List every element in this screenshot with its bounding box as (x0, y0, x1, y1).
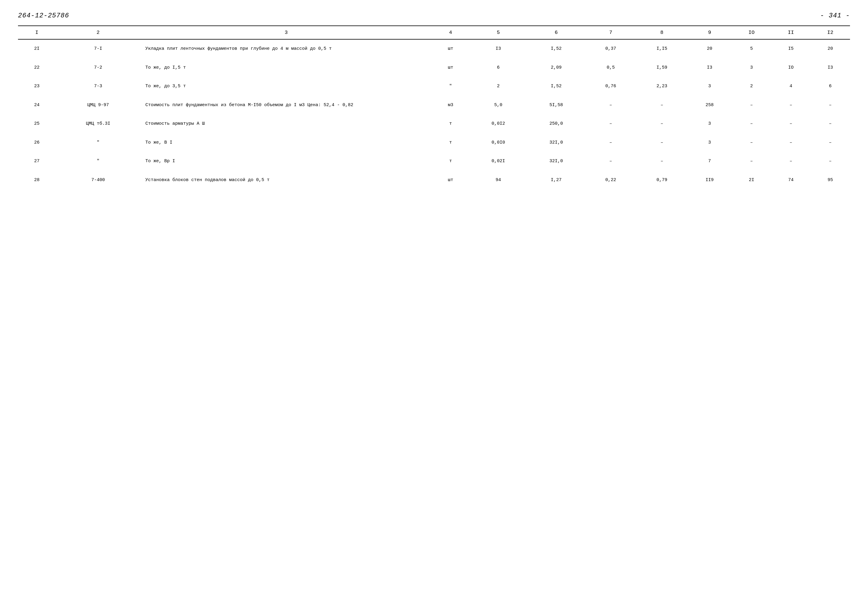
cell-r5-c9: 3 (687, 118, 732, 131)
col-header-8: 8 (636, 26, 687, 39)
cell-r2-c10: 3 (732, 61, 771, 74)
cell-r3-c9: 3 (687, 80, 732, 93)
cell-r2-c3: То же, до I,5 т (140, 61, 432, 74)
cell-r8-c8: 0,79 (636, 174, 687, 187)
cell-r8-c6: I,27 (527, 174, 585, 187)
cell-r8-c11: 74 (771, 174, 810, 187)
cell-r4-c5: 5,0 (469, 99, 527, 112)
cell-r4-c11: – (771, 99, 810, 112)
table-row: 24ЦМЦ 9-97Стоимость плит фундаментных из… (18, 99, 850, 112)
cell-r3-c12: 6 (811, 80, 850, 93)
cell-r5-c10: – (732, 118, 771, 131)
cell-r8-c5: 94 (469, 174, 527, 187)
cell-r8-c4: шт (432, 174, 469, 187)
cell-r4-c9: 258 (687, 99, 732, 112)
cell-r2-c1: 22 (18, 61, 55, 74)
cell-r7-c10: – (732, 155, 771, 168)
cell-r4-c1: 24 (18, 99, 55, 112)
cell-r3-c8: 2,23 (636, 80, 687, 93)
cell-r6-c8: – (636, 137, 687, 149)
col-header-4: 4 (432, 26, 469, 39)
cell-r4-c2: ЦМЦ 9-97 (55, 99, 140, 112)
main-table: I23456789IOIII2 2I7-IУкладка плит ленточ… (18, 26, 850, 186)
col-header-12: I2 (811, 26, 850, 39)
col-header-11: II (771, 26, 810, 39)
cell-r2-c6: 2,09 (527, 61, 585, 74)
cell-r3-c7: 0,76 (585, 80, 636, 93)
cell-r5-c12: – (811, 118, 850, 131)
cell-r7-c1: 27 (18, 155, 55, 168)
table-row: 26"То же, В Iт0,0I032I,0––3––– (18, 137, 850, 149)
cell-r3-c11: 4 (771, 80, 810, 93)
cell-r6-c5: 0,0I0 (469, 137, 527, 149)
cell-r6-c10: – (732, 137, 771, 149)
cell-r7-c2: " (55, 155, 140, 168)
cell-r6-c6: 32I,0 (527, 137, 585, 149)
cell-r1-c6: I,52 (527, 39, 585, 55)
page-header: 264-12-25786 - 341 - (18, 12, 850, 20)
cell-r1-c12: 20 (811, 39, 850, 55)
cell-r3-c3: То же, до 3,5 т (140, 80, 432, 93)
cell-r6-c2: " (55, 137, 140, 149)
cell-r2-c11: IO (771, 61, 810, 74)
cell-r2-c2: 7-2 (55, 61, 140, 74)
cell-r7-c9: 7 (687, 155, 732, 168)
col-header-9: 9 (687, 26, 732, 39)
cell-r5-c1: 25 (18, 118, 55, 131)
cell-r5-c4: т (432, 118, 469, 131)
cell-r6-c3: То же, В I (140, 137, 432, 149)
table-row: 237-3То же, до 3,5 т"2I,520,762,233246 (18, 80, 850, 93)
cell-r1-c4: шт (432, 39, 469, 55)
cell-r2-c7: 0,5 (585, 61, 636, 74)
cell-r5-c8: – (636, 118, 687, 131)
cell-r4-c8: – (636, 99, 687, 112)
cell-r6-c9: 3 (687, 137, 732, 149)
cell-r3-c5: 2 (469, 80, 527, 93)
cell-r6-c12: – (811, 137, 850, 149)
cell-r8-c3: Установка блоков стен подвалов массой до… (140, 174, 432, 187)
cell-r1-c2: 7-I (55, 39, 140, 55)
cell-r1-c7: 0,37 (585, 39, 636, 55)
cell-r5-c11: – (771, 118, 810, 131)
table-row: 287-400Установка блоков стен подвалов ма… (18, 174, 850, 187)
col-header-5: 5 (469, 26, 527, 39)
col-header-10: IO (732, 26, 771, 39)
cell-r3-c10: 2 (732, 80, 771, 93)
col-header-3: 3 (140, 26, 432, 39)
cell-r7-c7: – (585, 155, 636, 168)
col-header-7: 7 (585, 26, 636, 39)
cell-r7-c5: 0,02I (469, 155, 527, 168)
table-row: 25ЦМЦ тб.3IСтоимость арматуры А Шт0,0I22… (18, 118, 850, 131)
cell-r5-c5: 0,0I2 (469, 118, 527, 131)
cell-r3-c6: I,52 (527, 80, 585, 93)
cell-r2-c8: I,59 (636, 61, 687, 74)
col-header-1: I (18, 26, 55, 39)
cell-r7-c12: – (811, 155, 850, 168)
table-row: 27"То же, Вр Iт0,02I32I,0––7––– (18, 155, 850, 168)
cell-r4-c7: – (585, 99, 636, 112)
cell-r3-c2: 7-3 (55, 80, 140, 93)
cell-r8-c9: II9 (687, 174, 732, 187)
cell-r7-c4: т (432, 155, 469, 168)
cell-r6-c1: 26 (18, 137, 55, 149)
cell-r4-c4: м3 (432, 99, 469, 112)
cell-r7-c6: 32I,0 (527, 155, 585, 168)
cell-r2-c4: шт (432, 61, 469, 74)
cell-r8-c2: 7-400 (55, 174, 140, 187)
col-header-2: 2 (55, 26, 140, 39)
table-row: 227-2То же, до I,5 тшт62,090,5I,59I33IOI… (18, 61, 850, 74)
doc-number: 264-12-25786 (18, 12, 69, 20)
cell-r1-c9: 20 (687, 39, 732, 55)
cell-r7-c11: – (771, 155, 810, 168)
cell-r8-c1: 28 (18, 174, 55, 187)
cell-r5-c2: ЦМЦ тб.3I (55, 118, 140, 131)
cell-r4-c12: – (811, 99, 850, 112)
cell-r1-c11: I5 (771, 39, 810, 55)
cell-r8-c10: 2I (732, 174, 771, 187)
page-number: - 341 - (820, 12, 850, 20)
column-headers: I23456789IOIII2 (18, 26, 850, 39)
cell-r1-c5: I3 (469, 39, 527, 55)
cell-r8-c12: 95 (811, 174, 850, 187)
cell-r1-c8: I,I5 (636, 39, 687, 55)
cell-r3-c1: 23 (18, 80, 55, 93)
